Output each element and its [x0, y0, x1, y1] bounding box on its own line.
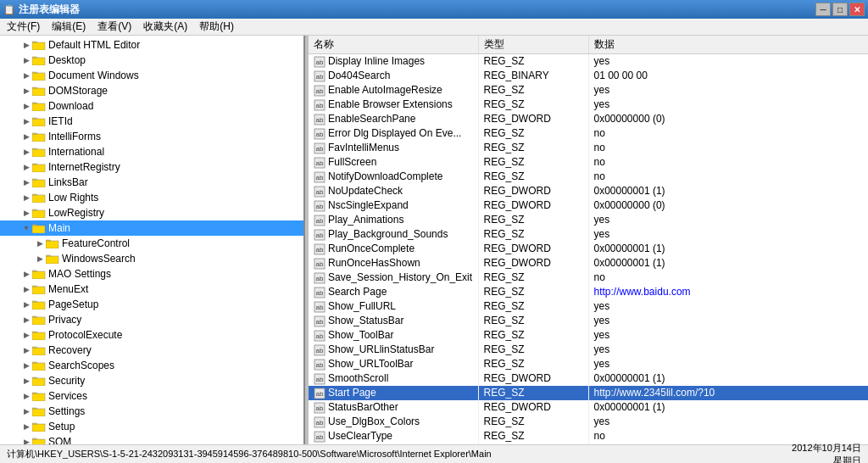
menu-item-favorites[interactable]: 收藏夹(A) — [138, 18, 192, 36]
table-row[interactable]: ab Enable Browser ExtensionsREG_SZyes — [309, 98, 868, 112]
tree-expander-document-windows[interactable]: ▶ — [20, 70, 32, 81]
table-row[interactable]: ab Save_Session_History_On_ExitREG_SZno — [309, 271, 868, 285]
table-row[interactable]: ab UseThemesREG_DWORD0x00000001 (1) — [309, 443, 868, 444]
tree-expander-low-rights[interactable]: ▶ — [20, 192, 32, 204]
tree-item-low-rights[interactable]: ▶ Low Rights — [0, 190, 303, 205]
table-row[interactable]: ab Show_StatusBarREG_SZyes — [309, 314, 868, 328]
svg-text:ab: ab — [316, 404, 324, 412]
tree-item-document-windows[interactable]: ▶ Document Windows — [0, 68, 303, 83]
tree-expander-desktop[interactable]: ▶ — [20, 54, 32, 66]
registry-values-pane[interactable]: 名称 类型 数据 ab Display Inline ImagesREG_SZy… — [309, 36, 868, 444]
tree-item-lowregistry[interactable]: ▶ LowRegistry — [0, 205, 303, 220]
table-row[interactable]: ab Error Dlg Displayed On Eve...REG_SZno — [309, 126, 868, 141]
tree-expander-searchscopes[interactable]: ▶ — [20, 360, 32, 371]
menu-item-edit[interactable]: 编辑(E) — [47, 18, 91, 36]
tree-item-main[interactable]: ▼ Main — [0, 220, 303, 236]
tree-item-pagesetup[interactable]: ▶ PageSetup — [0, 297, 303, 312]
tree-item-domstorage[interactable]: ▶ DOMStorage — [0, 83, 303, 98]
tree-item-privacy[interactable]: ▶ Privacy — [0, 312, 303, 327]
tree-item-services[interactable]: ▶ Services — [0, 388, 303, 404]
table-row[interactable]: ab FavIntelliMenusREG_SZno — [309, 141, 868, 155]
tree-item-sqm[interactable]: ▶ SQM — [0, 434, 303, 444]
tree-expander-internetregistry[interactable]: ▶ — [20, 161, 32, 173]
tree-expander-settings[interactable]: ▶ — [20, 405, 32, 417]
table-row[interactable]: ab Show_URLlinStatusBarREG_SZyes — [309, 343, 868, 357]
table-row[interactable]: ab Show_URLToolBarREG_SZyes — [309, 357, 868, 371]
tree-item-mao-settings[interactable]: ▶ MAO Settings — [0, 266, 303, 282]
tree-expander-domstorage[interactable]: ▶ — [20, 85, 32, 97]
tree-expander-main[interactable]: ▼ — [20, 222, 32, 234]
menu-item-view[interactable]: 查看(V) — [92, 18, 136, 36]
tree-item-international[interactable]: ▶ International — [0, 144, 303, 159]
table-row[interactable]: ab EnableSearchPaneREG_DWORD0x00000000 (… — [309, 112, 868, 126]
tree-item-download[interactable]: ▶ Download — [0, 98, 303, 114]
table-row[interactable]: ab SmoothScrollREG_DWORD0x00000001 (1) — [309, 371, 868, 386]
close-button[interactable]: ✕ — [849, 3, 865, 16]
tree-item-setup[interactable]: ▶ Setup — [0, 419, 303, 434]
table-row[interactable]: ab Display Inline ImagesREG_SZyes — [309, 54, 868, 69]
minimize-button[interactable]: ─ — [815, 3, 831, 16]
table-row[interactable]: ab Search PageREG_SZhttp://www.baidu.com — [309, 285, 868, 299]
tree-expander-ietld[interactable]: ▶ — [20, 115, 32, 127]
table-row[interactable]: ab RunOnceCompleteREG_DWORD0x00000001 (1… — [309, 242, 868, 256]
tree-expander-setup[interactable]: ▶ — [20, 421, 32, 432]
tree-expander-download[interactable]: ▶ — [20, 100, 32, 112]
table-cell-data: yes — [588, 213, 868, 227]
tree-expander-mao-settings[interactable]: ▶ — [20, 268, 32, 280]
menu-item-help[interactable]: 帮助(H) — [194, 18, 239, 36]
tree-item-desktop[interactable]: ▶ Desktop — [0, 53, 303, 68]
table-row[interactable]: ab Use_DlgBox_ColorsREG_SZyes — [309, 415, 868, 429]
tree-expander-windowssearch[interactable]: ▶ — [34, 253, 46, 265]
table-row[interactable]: ab FullScreenREG_SZno — [309, 155, 868, 170]
table-row[interactable]: ab StatusBarOtherREG_DWORD0x00000001 (1) — [309, 400, 868, 415]
registry-tree[interactable]: ▶ Default HTML Editor▶ Desktop▶ Document… — [0, 36, 305, 444]
tree-expander-intelliforms[interactable]: ▶ — [20, 131, 32, 142]
tree-expander-featurecontrol[interactable]: ▶ — [34, 237, 46, 249]
tree-item-windowssearch[interactable]: ▶ WindowsSearch — [0, 251, 303, 266]
tree-item-intelliforms[interactable]: ▶ IntelliForms — [0, 129, 303, 144]
tree-item-internetregistry[interactable]: ▶ InternetRegistry — [0, 159, 303, 175]
folder-icon-protocolexecute — [32, 330, 46, 340]
tree-expander-protocolexecute[interactable]: ▶ — [20, 329, 32, 341]
table-row[interactable]: ab Show_ToolBarREG_SZyes — [309, 328, 868, 343]
table-row[interactable]: ab Play_AnimationsREG_SZyes — [309, 213, 868, 227]
tree-item-linksbar[interactable]: ▶ LinksBar — [0, 175, 303, 190]
tree-expander-recovery[interactable]: ▶ — [20, 344, 32, 356]
tree-label-international: International — [48, 146, 104, 158]
table-cell-type: REG_BINARY — [478, 69, 588, 83]
tree-expander-security[interactable]: ▶ — [20, 375, 32, 387]
tree-expander-international[interactable]: ▶ — [20, 146, 32, 158]
tree-item-protocolexecute[interactable]: ▶ ProtocolExecute — [0, 327, 303, 343]
tree-expander-linksbar[interactable]: ▶ — [20, 176, 32, 188]
maximize-button[interactable]: □ — [832, 3, 848, 16]
table-row[interactable]: ab Show_FullURLREG_SZyes — [309, 299, 868, 314]
tree-item-recovery[interactable]: ▶ Recovery — [0, 343, 303, 358]
table-row[interactable]: ab Start PageREG_SZhttp://www.2345lil.co… — [309, 386, 868, 400]
tree-item-searchscopes[interactable]: ▶ SearchScopes — [0, 358, 303, 373]
tree-item-default-html-editor[interactable]: ▶ Default HTML Editor — [0, 37, 303, 53]
tree-item-security[interactable]: ▶ Security — [0, 373, 303, 388]
table-cell-type: REG_SZ — [478, 386, 588, 400]
table-row[interactable]: ab NotifyDownloadCompleteREG_SZno — [309, 170, 868, 184]
tree-expander-services[interactable]: ▶ — [20, 390, 32, 402]
table-row[interactable]: ab Enable AutoImageResizeREG_SZyes — [309, 83, 868, 98]
menu-item-file[interactable]: 文件(F) — [2, 18, 45, 36]
tree-item-ietld[interactable]: ▶ IETId — [0, 114, 303, 129]
tree-expander-lowregistry[interactable]: ▶ — [20, 207, 32, 219]
table-row[interactable]: ab NoUpdateCheckREG_DWORD0x00000001 (1) — [309, 184, 868, 198]
tree-expander-privacy[interactable]: ▶ — [20, 314, 32, 326]
table-cell-data: http://www.2345lil.com/?10 — [588, 386, 868, 400]
table-row[interactable]: ab RunOnceHasShownREG_DWORD0x00000001 (1… — [309, 256, 868, 271]
table-row[interactable]: ab Do404SearchREG_BINARY01 00 00 00 — [309, 69, 868, 83]
tree-expander-menuext[interactable]: ▶ — [20, 283, 32, 295]
svg-text:ab: ab — [316, 174, 324, 181]
table-row[interactable]: ab UseClearTypeREG_SZno — [309, 429, 868, 443]
table-row[interactable]: ab NscSingleExpandREG_DWORD0x00000000 (0… — [309, 198, 868, 213]
table-row[interactable]: ab Play_Background_SoundsREG_SZyes — [309, 227, 868, 242]
tree-expander-default-html-editor[interactable]: ▶ — [20, 39, 32, 51]
tree-item-menuext[interactable]: ▶ MenuExt — [0, 282, 303, 297]
tree-expander-pagesetup[interactable]: ▶ — [20, 298, 32, 310]
tree-expander-sqm[interactable]: ▶ — [20, 436, 32, 444]
tree-item-featurecontrol[interactable]: ▶ FeatureControl — [0, 236, 303, 251]
tree-item-settings[interactable]: ▶ Settings — [0, 404, 303, 419]
